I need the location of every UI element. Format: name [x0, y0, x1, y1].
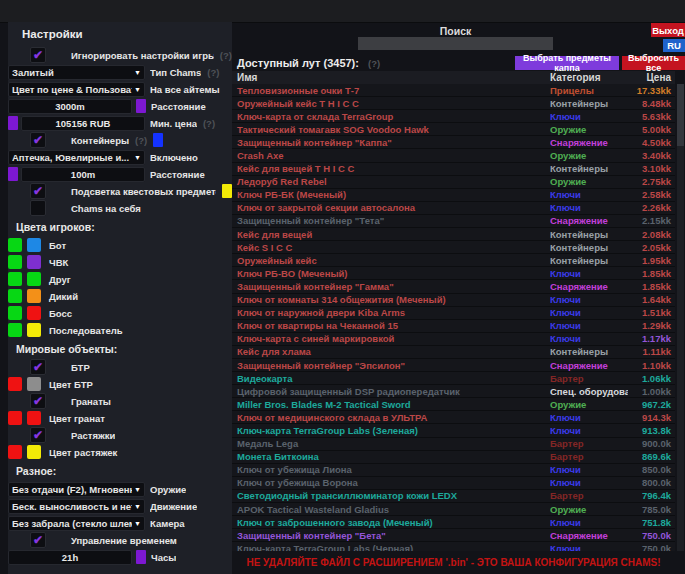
value-input[interactable] [8, 99, 132, 114]
table-row[interactable]: Цифровой защищенный DSP радиопередатчикС… [232, 385, 675, 398]
select-kappa-items-button[interactable]: Выбрать предметы каппа [515, 56, 619, 70]
exit-button[interactable]: Выход [651, 23, 685, 37]
value-input[interactable] [8, 550, 132, 565]
help-icon[interactable]: (?) [135, 135, 147, 146]
checkbox[interactable]: ✔ [30, 427, 46, 443]
help-icon[interactable]: (?) [220, 50, 232, 61]
table-row[interactable]: APOK Tactical Wasteland GladiusОружие785… [232, 503, 675, 516]
color-swatch[interactable] [8, 167, 18, 181]
table-row[interactable]: Защищенный контейнер "Каппа"Снаряжение4.… [232, 136, 675, 149]
table-row[interactable]: Кейс для вещейКонтейнеры2.08kk [232, 228, 675, 241]
color-label: Дикий [49, 291, 78, 302]
dropdown-value: Цвет по цене & Пользователь [12, 84, 132, 95]
color-swatch[interactable] [8, 289, 22, 303]
dropdown[interactable]: Аптечка, Ювелирные и...▼ [8, 150, 145, 165]
color-swatch[interactable] [27, 445, 41, 459]
table-row[interactable]: Тактический томагавк SOG Voodoo HawkОруж… [232, 123, 675, 136]
color-swatch[interactable] [8, 116, 18, 130]
dropdown[interactable]: Залитый▼ [8, 65, 145, 80]
chevron-down-icon: ▼ [134, 86, 141, 93]
color-swatch[interactable] [8, 323, 22, 337]
checkbox[interactable]: ✔ [30, 47, 46, 63]
table-row[interactable]: Ключ РБ-БК (Меченый)Ключи2.58kk [232, 189, 675, 202]
item-name: Ключ-карта TerraGroup Labs (Зеленая) [232, 425, 550, 436]
checkbox[interactable] [30, 200, 46, 216]
settings-row: ✔Игнорировать настройки игры(?) [8, 47, 232, 63]
table-row[interactable]: Ключ от убежища ВоронаКлючи800.0k [232, 477, 675, 490]
table-row[interactable]: Ледоруб Red RebelОружие2.75kk [232, 176, 675, 189]
table-row[interactable]: Кейс S I C CКонтейнеры2.05kk [232, 241, 675, 254]
color-swatch[interactable] [8, 411, 22, 425]
table-row[interactable]: Crash AxeОружие3.40kk [232, 149, 675, 162]
dropdown[interactable]: Цвет по цене & Пользователь▼ [8, 82, 145, 97]
color-swatch[interactable] [8, 445, 22, 459]
table-row[interactable]: Ключ от медицинского склада в УЛЬТРАКлюч… [232, 411, 675, 424]
scrollbar-track[interactable] [677, 84, 684, 551]
color-swatch[interactable] [27, 323, 41, 337]
item-price: 17.33kk [628, 85, 675, 96]
color-swatch[interactable] [8, 377, 22, 391]
color-swatch[interactable] [222, 184, 232, 198]
language-button[interactable]: RU [663, 39, 685, 52]
value-input[interactable] [21, 167, 145, 182]
table-row[interactable]: Кейс для хламаКонтейнеры1.11kk [232, 346, 675, 359]
color-swatch[interactable] [27, 272, 41, 286]
loot-help-icon[interactable]: (?) [368, 58, 380, 69]
table-row[interactable]: Ключ-карта TerraGroup Labs (Зеленая)Ключ… [232, 424, 675, 437]
table-row[interactable]: Оружейный кейсКонтейнеры1.95kk [232, 254, 675, 267]
help-icon[interactable]: (?) [203, 118, 215, 129]
color-swatch[interactable] [27, 255, 41, 269]
color-swatch[interactable] [27, 377, 41, 391]
color-swatch[interactable] [8, 238, 22, 252]
checkbox[interactable]: ✔ [30, 393, 46, 409]
search-input[interactable] [358, 37, 553, 50]
color-swatch[interactable] [27, 306, 41, 320]
table-row[interactable]: Ключ от убежища ЛионаКлючи850.0k [232, 464, 675, 477]
table-row[interactable]: Медаль LegaБартер900.0k [232, 438, 675, 451]
checkbox[interactable]: ✔ [30, 359, 46, 375]
table-row[interactable]: Светодиодный трансиллюминатор кожи LEDXБ… [232, 490, 675, 503]
table-row[interactable]: Miller Bros. Blades M-2 Tactical SwordОр… [232, 398, 675, 411]
color-swatch[interactable] [136, 550, 146, 564]
table-row[interactable]: Ключ от наружной двери Kiba ArmsКлючи1.5… [232, 307, 675, 320]
color-swatch[interactable] [27, 238, 41, 252]
table-row[interactable]: Защищенный контейнер "Гамма"Снаряжение1.… [232, 280, 675, 293]
table-row[interactable]: Ключ от комнаты 314 общежития (Меченый)К… [232, 294, 675, 307]
table-row[interactable]: Защищенный контейнер "Бета"Снаряжение750… [232, 529, 675, 542]
dropdown[interactable]: Беск. выносливость и нет уста▼ [8, 499, 145, 514]
color-swatch[interactable] [8, 306, 22, 320]
color-swatch[interactable] [27, 411, 41, 425]
color-swatch[interactable] [8, 272, 22, 286]
scrollbar-thumb[interactable] [677, 84, 684, 146]
table-row[interactable]: Тепловизионные очки Т-7Прицелы17.33kk [232, 84, 675, 97]
dropdown[interactable]: Без забрала (стекло шлема)▼ [8, 516, 145, 531]
table-row[interactable]: ВидеокартаБартер1.06kk [232, 372, 675, 385]
color-swatch[interactable] [27, 289, 41, 303]
table-row[interactable]: Защищенный контейнер "Тета"Снаряжение2.1… [232, 215, 675, 228]
checkbox[interactable]: ✔ [30, 532, 46, 548]
table-row[interactable]: Ключ от заброшенного завода (Меченый)Клю… [232, 516, 675, 529]
table-row[interactable]: Ключ от квартиры на Чеканной 15Ключи1.29… [232, 320, 675, 333]
color-swatch[interactable] [8, 255, 22, 269]
checkbox[interactable]: ✔ [30, 183, 46, 199]
table-row[interactable]: Защищенный контейнер "Эпсилон"Снаряжение… [232, 359, 675, 372]
table-row[interactable]: Кейс для вещей T H I C CКонтейнеры3.10kk [232, 163, 675, 176]
item-name: Miller Bros. Blades M-2 Tactical Sword [232, 399, 550, 410]
table-row[interactable]: Ключ-карта с синей маркировкойКлючи1.17k… [232, 333, 675, 346]
table-row[interactable]: Монета БиткоинаБартер869.6k [232, 451, 675, 464]
table-row[interactable]: Ключ от закрытой секции автосалонаКлючи2… [232, 202, 675, 215]
settings-row: Босс [8, 305, 232, 321]
table-row[interactable]: Ключ РБ-ВО (Меченый)Ключи1.85kk [232, 267, 675, 280]
color-swatch[interactable] [136, 99, 146, 113]
table-row[interactable]: Оружейный кейс T H I C CКонтейнеры8.48kk [232, 97, 675, 110]
value-input[interactable] [21, 116, 145, 131]
help-icon[interactable]: (?) [207, 67, 219, 78]
drop-all-button[interactable]: Выбросить все [622, 56, 685, 70]
loot-table: Тепловизионные очки Т-7Прицелы17.33kkОру… [232, 84, 675, 551]
dropdown[interactable]: Без отдачи (F2), Мгновенное п▼ [8, 482, 145, 497]
table-row[interactable]: Ключ-карта от склада TerraGroupКлючи5.63… [232, 110, 675, 123]
item-category: Контейнеры [550, 163, 628, 174]
table-row[interactable]: Ключ-карта TerraGroup Labs (Черная)Ключи… [232, 542, 675, 551]
checkbox[interactable]: ✔ [30, 132, 46, 148]
color-swatch[interactable] [153, 133, 163, 147]
